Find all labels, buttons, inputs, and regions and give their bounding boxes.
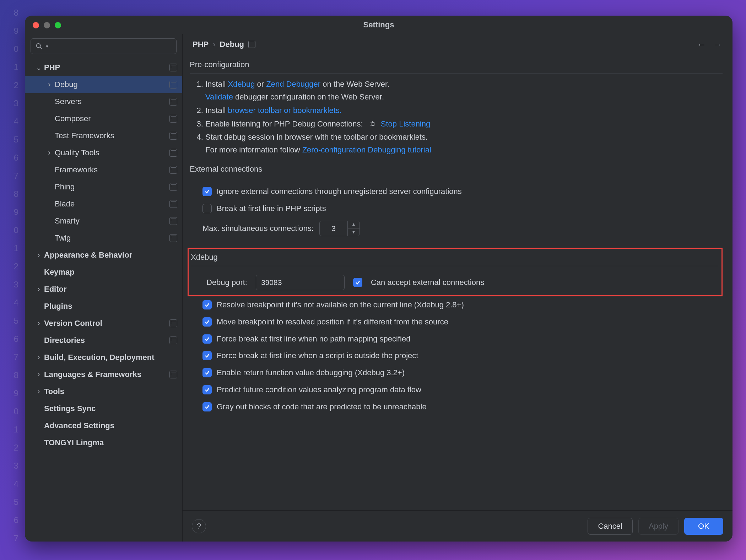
chevron-right-icon: › — [35, 251, 43, 260]
sidebar-item-label: Composer — [55, 114, 169, 123]
chevron-right-icon: › — [35, 319, 43, 328]
stepper-up-icon[interactable]: ▲ — [348, 221, 360, 229]
chevron-right-icon: › — [35, 387, 43, 396]
resolve-breakpoint-checkbox[interactable] — [202, 300, 212, 309]
stop-listening-link[interactable]: Stop Listening — [381, 119, 430, 128]
ignore-external-label: Ignore external connections through unre… — [217, 186, 462, 197]
force-break-outside-checkbox[interactable] — [202, 351, 212, 360]
sidebar-item-label: Tools — [44, 387, 177, 396]
sidebar-item-keymap[interactable]: Keymap — [25, 264, 182, 281]
gray-out-label: Gray out blocks of code that are predict… — [217, 401, 427, 413]
search-input[interactable]: ▾ — [31, 38, 177, 54]
sidebar-item-label: Debug — [55, 80, 169, 89]
gray-out-checkbox[interactable] — [202, 402, 212, 411]
sidebar-item-label: Twig — [55, 233, 169, 243]
chevron-right-icon: › — [35, 353, 43, 362]
zend-debugger-link[interactable]: Zend Debugger — [266, 80, 320, 88]
external-connections-title: External connections — [190, 163, 723, 175]
chevron-right-icon: › — [35, 285, 43, 294]
sidebar-item-advanced-settings[interactable]: Advanced Settings — [25, 417, 182, 434]
sidebar-item-plugins[interactable]: Plugins — [25, 298, 182, 315]
validate-link[interactable]: Validate — [205, 92, 233, 101]
sidebar-item-tools[interactable]: ›Tools — [25, 383, 182, 400]
sidebar-item-appearance-behavior[interactable]: ›Appearance & Behavior — [25, 247, 182, 264]
chevron-right-icon: › — [35, 370, 43, 379]
ignore-external-checkbox[interactable] — [202, 187, 212, 196]
cancel-button[interactable]: Cancel — [588, 518, 632, 535]
sidebar-item-label: Editor — [44, 285, 177, 294]
project-scope-icon — [169, 371, 177, 378]
sidebar-item-label: Appearance & Behavior — [44, 251, 177, 260]
breadcrumb-leaf: Debug — [220, 40, 244, 49]
sidebar-item-label: TONGYI Lingma — [44, 438, 177, 447]
sidebar-item-quality-tools[interactable]: ›Quality Tools — [25, 144, 182, 161]
settings-tree: ⌄PHP›DebugServersComposerTest Frameworks… — [25, 59, 182, 542]
sidebar-item-php[interactable]: ⌄PHP — [25, 59, 182, 76]
sidebar-item-label: Plugins — [44, 302, 177, 311]
break-first-line-checkbox[interactable] — [202, 204, 212, 213]
project-scope-icon — [169, 81, 177, 88]
move-breakpoint-label: Move breakpoint to resolved position if … — [217, 316, 448, 328]
minimize-window-icon[interactable] — [44, 22, 50, 28]
settings-sidebar: ▾ ⌄PHP›DebugServersComposerTest Framewor… — [25, 34, 183, 542]
debug-port-input[interactable]: 39083 — [256, 275, 345, 290]
xdebug-highlight-box: Xdebug Debug port: 39083 Can accept exte… — [188, 248, 723, 296]
predict-values-checkbox[interactable] — [202, 385, 212, 394]
search-icon — [35, 42, 43, 50]
sidebar-item-smarty[interactable]: Smarty — [25, 212, 182, 230]
close-window-icon[interactable] — [33, 22, 39, 28]
force-break-nopath-checkbox[interactable] — [202, 334, 212, 344]
sidebar-item-blade[interactable]: Blade — [25, 195, 182, 212]
titlebar: Settings — [25, 16, 733, 34]
max-connections-input[interactable]: 3 ▲▼ — [319, 221, 360, 236]
sidebar-item-label: Advanced Settings — [44, 421, 177, 430]
chevron-right-icon: › — [45, 148, 53, 157]
zero-config-link[interactable]: Zero-configuration Debugging tutorial — [302, 145, 431, 154]
project-scope-icon — [169, 166, 177, 174]
chevron-right-icon: › — [213, 40, 215, 49]
project-scope-icon — [169, 234, 177, 242]
stepper-down-icon[interactable]: ▼ — [348, 228, 360, 236]
sidebar-item-tongyi-lingma[interactable]: TONGYI Lingma — [25, 434, 182, 451]
sidebar-item-label: Build, Execution, Deployment — [44, 353, 177, 362]
ok-button[interactable]: OK — [684, 518, 723, 535]
sidebar-item-frameworks[interactable]: Frameworks — [25, 161, 182, 178]
project-scope-icon — [169, 64, 177, 71]
sidebar-item-build-execution-deployment[interactable]: ›Build, Execution, Deployment — [25, 349, 182, 366]
project-scope-icon — [169, 149, 177, 157]
sidebar-item-settings-sync[interactable]: Settings Sync — [25, 400, 182, 417]
help-button[interactable]: ? — [192, 519, 206, 533]
svg-line-1 — [40, 47, 42, 49]
sidebar-item-directories[interactable]: Directories — [25, 332, 182, 349]
accept-external-checkbox[interactable] — [353, 278, 362, 287]
sidebar-item-languages-frameworks[interactable]: ›Languages & Frameworks — [25, 366, 182, 383]
enable-return-checkbox[interactable] — [202, 368, 212, 377]
zoom-window-icon[interactable] — [55, 22, 61, 28]
chevron-down-icon: ⌄ — [35, 63, 43, 72]
project-scope-icon — [169, 132, 177, 140]
sidebar-item-label: Keymap — [44, 268, 177, 277]
sidebar-item-composer[interactable]: Composer — [25, 110, 182, 127]
sidebar-item-phing[interactable]: Phing — [25, 178, 182, 195]
xdebug-link[interactable]: Xdebug — [228, 80, 255, 88]
sidebar-item-test-frameworks[interactable]: Test Frameworks — [25, 127, 182, 144]
sidebar-item-debug[interactable]: ›Debug — [25, 76, 182, 93]
nav-back-icon[interactable]: ← — [697, 39, 706, 50]
project-scope-icon — [169, 115, 177, 123]
chevron-right-icon: › — [45, 80, 53, 89]
reset-icon[interactable] — [248, 41, 255, 48]
browser-toolbar-link[interactable]: browser toolbar or bookmarklets. — [228, 106, 342, 115]
breadcrumb-root[interactable]: PHP — [193, 40, 209, 49]
project-scope-icon — [169, 98, 177, 106]
sidebar-item-label: Quality Tools — [55, 148, 169, 157]
svg-point-2 — [371, 122, 374, 125]
sidebar-item-version-control[interactable]: ›Version Control — [25, 315, 182, 332]
sidebar-item-servers[interactable]: Servers — [25, 93, 182, 110]
project-scope-icon — [169, 336, 177, 344]
sidebar-item-editor[interactable]: ›Editor — [25, 281, 182, 298]
move-breakpoint-checkbox[interactable] — [202, 317, 212, 327]
sidebar-item-twig[interactable]: Twig — [25, 230, 182, 247]
sidebar-item-label: Version Control — [44, 319, 169, 328]
preconfig-title: Pre-configuration — [190, 59, 723, 70]
break-first-line-label: Break at first line in PHP scripts — [217, 203, 326, 214]
